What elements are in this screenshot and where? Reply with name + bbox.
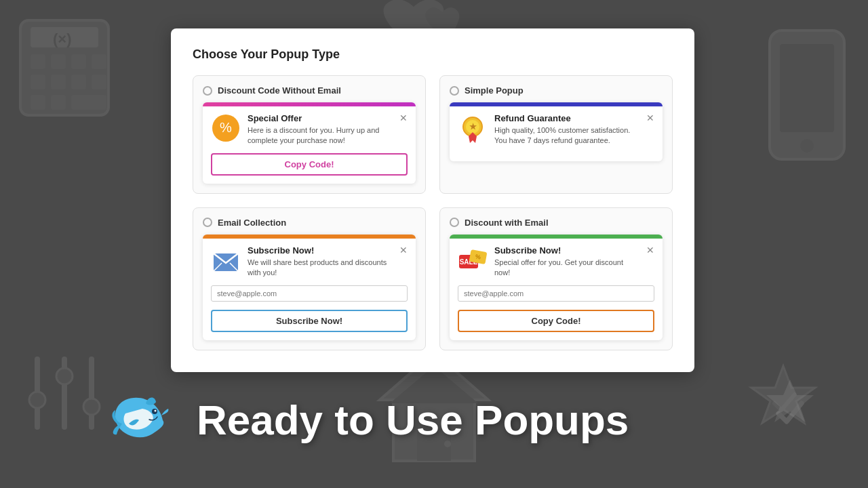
card-inner-3: Subscribe Now! We will share best produc… (211, 245, 408, 279)
svg-rect-0 (20, 20, 108, 115)
radio-email-collection[interactable] (203, 218, 212, 227)
card-title-1: Special Offer (248, 113, 393, 123)
card-desc-2: High quality, 100% customer satisfaction… (494, 125, 639, 146)
email-input-3[interactable] (211, 285, 408, 302)
svg-rect-10 (31, 95, 45, 110)
dolphin-icon (108, 383, 183, 458)
close-icon-1[interactable]: ✕ (399, 113, 408, 123)
option-label-4: Discount with Email (465, 218, 549, 228)
popup-card-2: ★ Refund Guarantee High quality, 100% cu… (450, 102, 663, 161)
email-input-4[interactable] (458, 285, 654, 302)
svg-text:★: ★ (469, 122, 477, 131)
option-header-4: Discount with Email (450, 218, 663, 228)
popup-type-modal: Choose Your Popup Type Discount Code Wit… (171, 28, 694, 372)
option-header-1: Discount Code Without Email (203, 85, 416, 96)
option-label-2: Simple Popup (465, 85, 524, 96)
popup-card-4: SALE % Subscribe Now! Special offer for … (450, 235, 663, 340)
svg-rect-7 (51, 75, 66, 89)
close-icon-3[interactable]: ✕ (399, 245, 408, 255)
card-text-4: Subscribe Now! Special offer for you. Ge… (494, 245, 639, 279)
svg-point-40 (155, 410, 157, 412)
close-icon-2[interactable]: ✕ (646, 113, 654, 123)
bottom-bar: Ready to Use Popups (0, 352, 868, 488)
card-inner-1: % Special Offer Here is a discount for y… (211, 113, 408, 146)
option-header-2: Simple Popup (450, 85, 663, 96)
svg-rect-14 (770, 30, 844, 159)
option-discount-email[interactable]: Discount with Email SALE % (439, 207, 673, 350)
svg-rect-6 (31, 75, 45, 89)
card-body-4: SALE % Subscribe Now! Special offer for … (450, 239, 663, 340)
discount-icon: % (211, 113, 241, 143)
card-text-1: Special Offer Here is a discount for you… (248, 113, 393, 146)
svg-text:%: % (475, 253, 481, 260)
modal-title: Choose Your Popup Type (193, 47, 673, 62)
card-desc-1: Here is a discount for you. Hurry up and… (248, 125, 393, 146)
svg-point-16 (800, 139, 814, 152)
card-desc-3: We will share best products and discount… (248, 258, 393, 279)
option-discount-no-email[interactable]: Discount Code Without Email % Special Of… (193, 75, 426, 194)
card-inner-2: ★ Refund Guarantee High quality, 100% cu… (458, 113, 654, 146)
radio-simple-popup[interactable] (450, 86, 459, 96)
bottom-tagline: Ready to Use Popups (197, 397, 629, 443)
popup-card-3: Subscribe Now! We will share best produc… (203, 235, 416, 340)
svg-rect-9 (92, 75, 106, 89)
svg-rect-8 (71, 75, 86, 89)
svg-rect-5 (92, 54, 106, 69)
option-header-3: Email Collection (203, 218, 416, 228)
svg-text:(×): (×) (53, 30, 72, 47)
medal-icon: ★ (458, 113, 488, 143)
option-label-1: Discount Code Without Email (218, 85, 341, 96)
popup-card-1: % Special Offer Here is a discount for y… (203, 102, 416, 184)
subscribe-button[interactable]: Subscribe Now! (211, 310, 408, 332)
svg-rect-2 (31, 54, 45, 69)
svg-rect-11 (51, 95, 66, 110)
svg-rect-1 (31, 27, 98, 47)
radio-discount-no-email[interactable] (203, 86, 212, 96)
card-text-2: Refund Guarantee High quality, 100% cust… (494, 113, 639, 146)
copy-code-button-4[interactable]: Copy Code! (458, 310, 654, 332)
svg-text:%: % (220, 120, 232, 135)
svg-rect-3 (51, 54, 66, 69)
option-simple-popup[interactable]: Simple Popup ★ (439, 75, 673, 194)
card-title-2: Refund Guarantee (494, 113, 639, 123)
card-text-3: Subscribe Now! We will share best produc… (248, 245, 393, 279)
close-icon-4[interactable]: ✕ (646, 245, 654, 255)
option-label-3: Email Collection (218, 218, 286, 228)
svg-rect-15 (780, 44, 834, 132)
popup-options-grid: Discount Code Without Email % Special Of… (193, 75, 673, 350)
checkmark-badge-icon (753, 376, 827, 451)
radio-discount-email[interactable] (450, 218, 459, 227)
card-body-3: Subscribe Now! We will share best produc… (203, 239, 416, 340)
card-body-1: % Special Offer Here is a discount for y… (203, 106, 416, 184)
sale-icon: SALE % (458, 245, 488, 275)
copy-code-button-1[interactable]: Copy Code! (211, 153, 408, 176)
email-icon (211, 245, 241, 275)
svg-rect-4 (71, 54, 86, 69)
card-title-3: Subscribe Now! (248, 245, 393, 256)
option-email-collection[interactable]: Email Collection (193, 207, 426, 350)
svg-rect-12 (71, 95, 106, 110)
card-inner-4: SALE % Subscribe Now! Special offer for … (458, 245, 654, 279)
card-desc-4: Special offer for you. Get your discount… (494, 258, 639, 279)
card-title-4: Subscribe Now! (494, 245, 639, 256)
card-body-2: ★ Refund Guarantee High quality, 100% cu… (450, 106, 663, 161)
